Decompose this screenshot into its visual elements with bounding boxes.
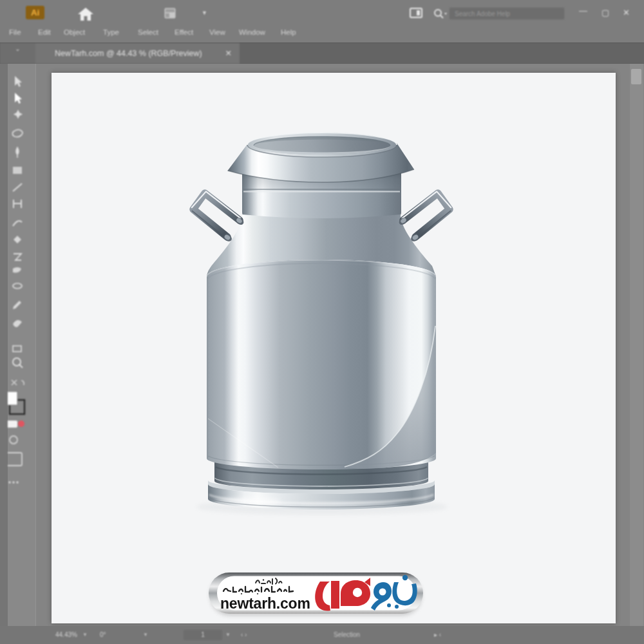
svg-text:newtarh.com: newtarh.com (220, 595, 310, 612)
